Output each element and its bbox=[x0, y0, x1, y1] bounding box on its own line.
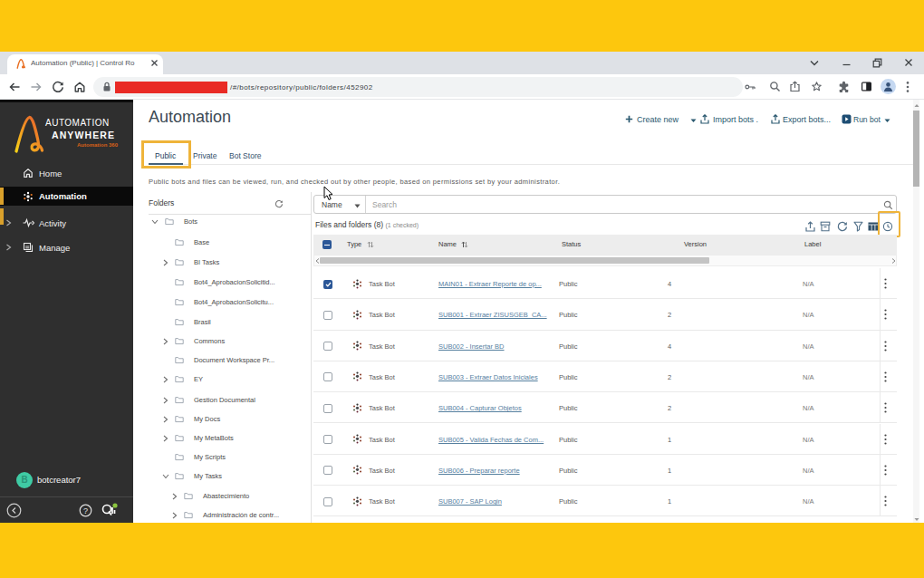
svg-text:?: ? bbox=[83, 506, 88, 515]
